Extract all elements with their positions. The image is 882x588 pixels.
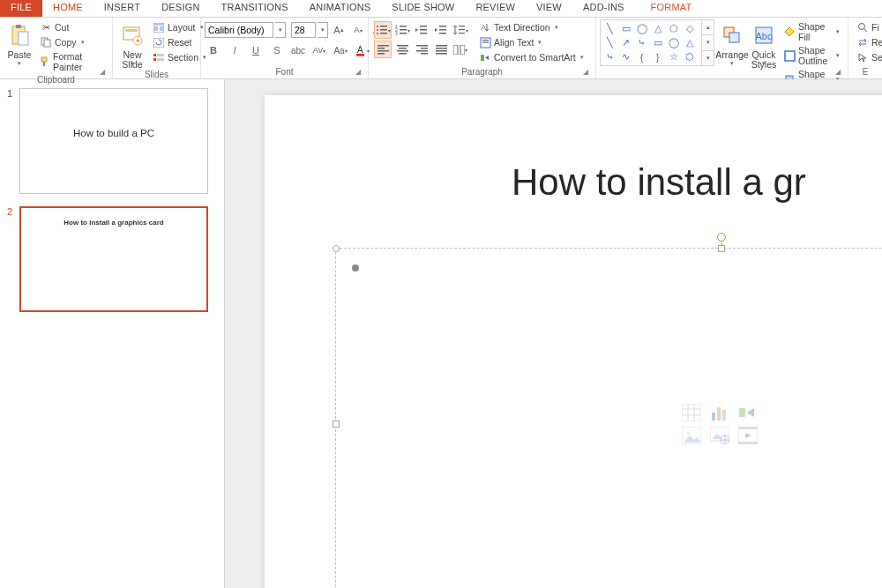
thumbnail-1[interactable]: 1 How to build a PC xyxy=(7,88,217,194)
arrange-dropdown-icon xyxy=(730,60,734,67)
bold-icon[interactable]: B xyxy=(205,41,222,59)
gallery-more-icon[interactable]: ▾ xyxy=(702,51,714,65)
thumbnail-2[interactable]: 2 How to install a graphics card xyxy=(7,206,217,312)
cut-button[interactable]: ✂Cut xyxy=(37,20,107,34)
tab-home[interactable]: HOME xyxy=(42,0,93,17)
tab-review[interactable]: REVIEW xyxy=(465,0,526,17)
find-button[interactable]: Fi xyxy=(854,20,882,34)
arrange-button[interactable]: Arrange xyxy=(716,19,748,69)
shapes-gallery[interactable]: ╲▭◯△⬠◇ ╲↗⤷▭◯△ ⤷∿{}☆⬡ xyxy=(600,19,702,66)
shape-fill-icon xyxy=(784,26,796,38)
slides-group-label: Slides xyxy=(116,69,197,81)
find-icon xyxy=(856,21,869,33)
tab-file[interactable]: FILE xyxy=(0,0,42,17)
resize-handle-l[interactable] xyxy=(333,421,340,428)
font-color-icon[interactable]: A▾ xyxy=(353,41,370,59)
resize-handle-tl[interactable] xyxy=(333,245,340,252)
shape-fill-button[interactable]: Shape Fill▾ xyxy=(781,20,842,43)
tab-transitions[interactable]: TRANSITIONS xyxy=(211,0,299,17)
new-slide-button[interactable]: ✦ New Slide xyxy=(116,19,148,69)
tab-animations[interactable]: ANIMATIONS xyxy=(299,0,382,17)
svg-rect-59 xyxy=(436,53,447,55)
line-spacing-icon[interactable]: ▾ xyxy=(452,21,469,39)
insert-table-icon[interactable] xyxy=(681,403,702,422)
justify-icon[interactable] xyxy=(432,41,450,58)
svg-rect-34 xyxy=(400,33,407,34)
insert-picture-icon[interactable] xyxy=(681,426,702,445)
align-text-button[interactable]: Align Text▾ xyxy=(476,35,587,49)
insert-smartart-icon[interactable] xyxy=(737,403,759,422)
tab-addins[interactable]: ADD-INS xyxy=(572,0,635,17)
section-button[interactable]: Section▾ xyxy=(150,50,209,64)
insert-chart-icon[interactable] xyxy=(709,403,730,422)
insert-video-icon[interactable] xyxy=(737,426,759,445)
rotation-handle-icon[interactable] xyxy=(717,233,726,242)
svg-point-23 xyxy=(377,26,378,27)
decrease-font-icon[interactable]: A▾ xyxy=(349,21,367,39)
tab-slideshow[interactable]: SLIDE SHOW xyxy=(381,0,465,17)
decrease-indent-icon[interactable] xyxy=(413,21,430,39)
increase-indent-icon[interactable] xyxy=(432,21,450,39)
select-button[interactable]: Se xyxy=(854,50,882,64)
bullets-icon[interactable]: ▾ xyxy=(374,21,392,39)
svg-rect-17 xyxy=(157,54,164,56)
resize-handle-t[interactable] xyxy=(718,245,725,252)
group-editing: Fi Re Se E xyxy=(848,18,882,78)
gallery-down-icon[interactable]: ▾ xyxy=(702,35,714,50)
svg-rect-81 xyxy=(717,407,721,421)
tab-format[interactable]: FORMAT xyxy=(640,0,703,17)
insert-online-picture-icon[interactable] xyxy=(709,426,730,445)
text-direction-label: Text Direction xyxy=(494,22,550,33)
underline-icon[interactable]: U xyxy=(247,41,265,59)
layout-button[interactable]: Layout▾ xyxy=(150,20,209,34)
section-label: Section xyxy=(168,52,198,63)
quick-styles-button[interactable]: Abc Quick Styles xyxy=(748,19,780,69)
text-direction-button[interactable]: AText Direction▾ xyxy=(476,20,587,34)
shape-outline-button[interactable]: Shape Outline▾ xyxy=(781,44,842,67)
gallery-up-icon[interactable]: ▴ xyxy=(702,20,714,35)
font-size-dropdown[interactable]: ▾ xyxy=(318,22,328,38)
content-placeholder[interactable] xyxy=(335,248,882,588)
svg-rect-37 xyxy=(420,33,427,34)
align-right-icon[interactable] xyxy=(413,41,430,58)
tab-insert[interactable]: INSERT xyxy=(93,0,151,17)
strikethrough-icon[interactable]: S xyxy=(268,41,286,59)
drawing-launcher[interactable]: ◢ xyxy=(835,68,844,77)
clipboard-launcher[interactable]: ◢ xyxy=(100,68,108,77)
numbering-icon[interactable]: 123▾ xyxy=(393,21,411,39)
font-launcher[interactable]: ◢ xyxy=(355,68,364,77)
replace-button[interactable]: Re xyxy=(854,35,882,49)
copy-button[interactable]: Copy▾ xyxy=(37,35,107,49)
thumb-preview-1: How to build a PC xyxy=(19,88,208,194)
paragraph-launcher[interactable]: ◢ xyxy=(583,68,592,77)
shapes-gallery-scroll[interactable]: ▴ ▾ ▾ xyxy=(702,19,714,66)
italic-icon[interactable]: I xyxy=(226,41,243,59)
change-case-icon[interactable]: Aa▾ xyxy=(332,41,349,59)
char-spacing-icon[interactable]: AV▾ xyxy=(310,41,328,59)
align-left-icon[interactable] xyxy=(374,41,392,58)
columns-icon[interactable]: ▾ xyxy=(452,41,469,58)
convert-smartart-label: Convert to SmartArt xyxy=(494,52,576,63)
svg-rect-18 xyxy=(153,58,156,61)
slide-title-text[interactable]: How to install a gr xyxy=(512,161,806,204)
format-painter-label: Format Painter xyxy=(53,51,104,72)
increase-font-icon[interactable]: A▴ xyxy=(330,21,348,39)
shadow-icon[interactable]: abc xyxy=(289,41,307,59)
align-text-label: Align Text xyxy=(494,37,534,48)
svg-rect-56 xyxy=(436,45,447,47)
convert-smartart-button[interactable]: Convert to SmartArt▾ xyxy=(476,50,587,64)
paste-button[interactable]: Paste xyxy=(4,19,35,69)
svg-rect-46 xyxy=(377,50,389,52)
font-name-input[interactable] xyxy=(205,22,273,38)
reset-button[interactable]: Reset xyxy=(150,35,209,49)
format-painter-button[interactable]: Format Painter xyxy=(37,50,107,73)
slide-canvas[interactable]: How to install a gr xyxy=(265,95,882,588)
thumb-number-1: 1 xyxy=(7,88,19,194)
placeholder-insert-icons xyxy=(681,403,762,445)
main-area: 1 How to build a PC 2 How to install a g… xyxy=(0,79,882,588)
font-size-input[interactable] xyxy=(291,22,316,38)
font-name-dropdown[interactable]: ▾ xyxy=(275,22,286,38)
tab-view[interactable]: VIEW xyxy=(526,0,572,17)
tab-design[interactable]: DESIGN xyxy=(151,0,210,17)
align-center-icon[interactable] xyxy=(393,41,411,58)
